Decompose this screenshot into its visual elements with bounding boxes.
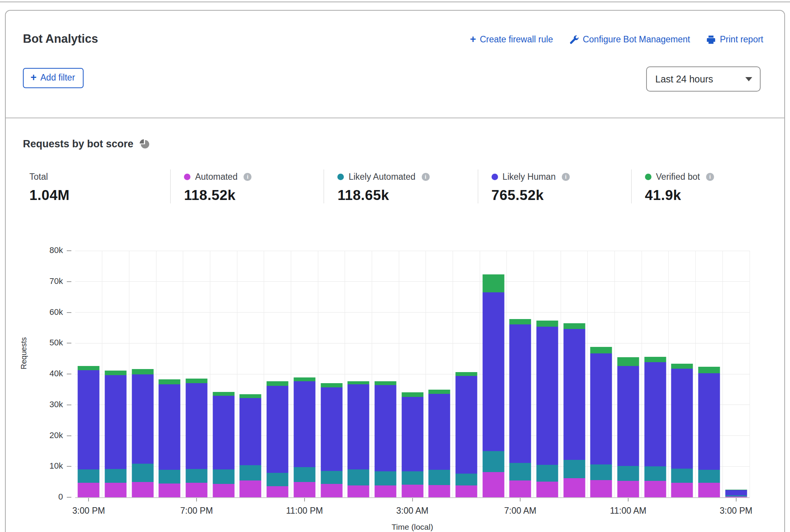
bar-cell — [318, 251, 345, 497]
bar-segment-likely-human — [537, 327, 558, 465]
print-report-link[interactable]: Print report — [706, 34, 763, 45]
stacked-bar-400am[interactable] — [429, 390, 450, 497]
stacked-bar-800am[interactable] — [537, 321, 558, 497]
stacked-bar-700pm[interactable] — [186, 379, 208, 497]
bar-segment-likely-human — [509, 324, 531, 463]
stacked-bar-800pm[interactable] — [213, 392, 234, 497]
stacked-bar-100am[interactable] — [348, 381, 369, 497]
stat-likely-human-label: Likely Human — [503, 172, 556, 182]
section-title-row: Requests by bot score — [23, 138, 150, 150]
bar-cell — [669, 251, 696, 497]
stacked-bar-300am[interactable] — [401, 392, 423, 497]
stat-total-label: Total — [29, 172, 48, 182]
stacked-bar-1100pm[interactable] — [293, 377, 315, 497]
bar-segment-automated — [401, 485, 423, 497]
y-axis-tick — [67, 497, 71, 498]
stacked-bar-700am[interactable] — [509, 319, 531, 497]
stacked-bar-300pm[interactable] — [725, 490, 747, 497]
x-axis-label: 11:00 AM — [598, 506, 659, 516]
stacked-bar-1100am[interactable] — [617, 357, 639, 497]
info-icon[interactable]: i — [422, 173, 430, 181]
bar-segment-likely-automated — [186, 469, 208, 483]
bar-segment-verified-bot — [105, 371, 127, 375]
bar-cell — [102, 251, 129, 497]
bar-segment-likely-automated — [455, 474, 477, 485]
x-axis-title: Time (local) — [355, 522, 470, 532]
bar-cell — [453, 251, 480, 497]
time-range-dropdown[interactable]: Last 24 hours — [646, 66, 761, 92]
x-axis-label: 3:00 AM — [382, 506, 443, 516]
bar-segment-likely-human — [698, 373, 720, 470]
bar-segment-likely-automated — [429, 470, 450, 485]
stacked-bar-500pm[interactable] — [132, 369, 153, 497]
x-axis-label: 7:00 AM — [490, 506, 551, 516]
bar-segment-verified-bot — [671, 364, 693, 369]
bar-segment-automated — [78, 483, 100, 497]
info-icon[interactable]: i — [706, 173, 714, 181]
create-firewall-rule-link[interactable]: + Create firewall rule — [470, 34, 553, 45]
bar-cell — [264, 251, 291, 497]
stacked-bar-100pm[interactable] — [671, 364, 693, 497]
bar-segment-automated — [321, 484, 342, 497]
bar-segment-verified-bot — [482, 274, 504, 292]
bar-segment-verified-bot — [590, 347, 612, 353]
automated-legend-dot — [184, 174, 190, 180]
bar-segment-likely-human — [590, 353, 612, 465]
stacked-bar-400pm[interactable] — [105, 371, 127, 497]
bar-segment-likely-human — [321, 387, 342, 471]
bar-segment-likely-automated — [698, 470, 720, 483]
stacked-bar-1200am[interactable] — [321, 383, 342, 497]
bar-segment-automated — [455, 485, 477, 497]
stat-total: Total 1.04M — [6, 169, 170, 203]
bar-segment-automated — [213, 484, 234, 497]
verified-bot-legend-dot — [645, 174, 651, 180]
bar-segment-likely-human — [78, 370, 100, 469]
bar-segment-automated — [725, 497, 747, 497]
stacked-bar-900am[interactable] — [563, 323, 585, 497]
configure-bot-management-link[interactable]: Configure Bot Management — [569, 34, 690, 45]
y-axis-tick — [67, 466, 71, 467]
requests-by-bot-score-chart: 010k20k30k40k50k60k70k80k3:00 PM7:00 PM1… — [75, 251, 750, 498]
info-icon[interactable]: i — [562, 173, 570, 181]
bar-segment-likely-automated — [213, 469, 234, 484]
y-axis-label: 10k — [36, 461, 63, 471]
bar-cell — [480, 251, 507, 497]
stacked-bar-200am[interactable] — [374, 381, 396, 497]
bar-segment-likely-automated — [482, 451, 504, 472]
bar-cell — [561, 251, 588, 497]
bar-segment-verified-bot — [186, 379, 208, 383]
stacked-bar-900pm[interactable] — [240, 394, 261, 497]
x-axis-label: 11:00 PM — [274, 506, 335, 516]
bar-segment-verified-bot — [348, 381, 369, 384]
add-filter-button[interactable]: + Add filter — [23, 68, 84, 88]
bar-cell — [291, 251, 318, 497]
stacked-bar-1200pm[interactable] — [644, 357, 666, 497]
stacked-bar-1000pm[interactable] — [267, 381, 289, 497]
bot-analytics-card: Bot Analytics + Create firewall rule Con… — [5, 10, 785, 532]
bar-segment-likely-human — [455, 376, 477, 474]
bar-segment-automated — [644, 481, 666, 497]
stacked-bar-500am[interactable] — [455, 372, 477, 497]
stat-likely-automated-value: 118.65k — [337, 187, 477, 203]
bar-segment-verified-bot — [213, 392, 234, 396]
y-axis-tick — [67, 435, 71, 436]
stacked-bar-200pm[interactable] — [698, 367, 720, 497]
info-icon[interactable]: i — [243, 173, 252, 181]
bar-segment-verified-bot — [429, 390, 450, 393]
bar-segment-automated — [563, 478, 585, 497]
chevron-down-icon — [745, 77, 752, 81]
time-range-value: Last 24 hours — [655, 74, 713, 85]
y-axis-tick — [67, 250, 71, 251]
bar-segment-likely-automated — [159, 470, 181, 484]
bar-segment-verified-bot — [159, 379, 181, 384]
stacked-bar-300pm[interactable] — [78, 366, 100, 497]
stacked-bar-600pm[interactable] — [159, 379, 181, 497]
stat-likely-automated-label: Likely Automated — [348, 172, 415, 182]
stacked-bar-1000am[interactable] — [590, 347, 612, 497]
bar-segment-likely-automated — [132, 464, 153, 482]
bar-segment-likely-human — [186, 383, 208, 469]
bar-segment-likely-human — [429, 394, 450, 470]
stacked-bar-600am[interactable] — [482, 274, 504, 497]
stat-likely-human: Likely Human i 765.52k — [478, 169, 631, 203]
bar-segment-automated — [590, 480, 612, 497]
